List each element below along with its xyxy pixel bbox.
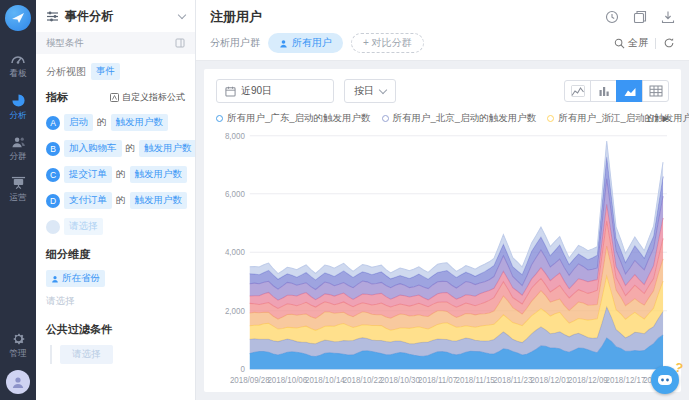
analysis-view-tag[interactable]: 事件: [91, 63, 120, 80]
refresh-button[interactable]: [663, 37, 675, 49]
area-chart-icon: [623, 85, 637, 97]
sidebar-item-label: 运营: [10, 192, 27, 204]
legend-prev-arrow[interactable]: ◀: [636, 114, 642, 123]
svg-text:8,000: 8,000: [225, 132, 245, 141]
chart-type-bar[interactable]: [590, 80, 617, 102]
metric-placeholder[interactable]: 请选择: [64, 218, 103, 235]
legend-label: 所有用户_浙江_启动的触发用户数: [558, 112, 689, 125]
history-button[interactable]: [605, 10, 619, 24]
event-analysis-icon: [46, 10, 59, 23]
download-button[interactable]: [661, 10, 675, 24]
metric-event-tag[interactable]: 加入购物车: [64, 140, 122, 157]
metric-connector: 的: [97, 116, 107, 129]
filter-placeholder[interactable]: 请选择: [60, 345, 113, 364]
metric-event-tag[interactable]: 启动: [64, 114, 93, 131]
chart-type-table[interactable]: [642, 80, 669, 102]
stacked-area-chart[interactable]: 02,0004,0006,0008,0002018/09/282018/10/0…: [216, 127, 669, 386]
history-icon: [605, 10, 619, 24]
svg-text:2018/10/14: 2018/10/14: [305, 376, 345, 385]
svg-text:2,000: 2,000: [225, 307, 245, 316]
table-icon: [649, 85, 663, 97]
metric-rows: A启动的触发用户数B加入购物车的触发用户数C提交订单的触发用户数D支付订单的触发…: [46, 114, 185, 209]
metric-row: C提交订单的触发用户数: [46, 166, 185, 183]
assistant-avatar-icon: [651, 366, 679, 394]
collapse-panel-icon[interactable]: [175, 38, 185, 48]
metric-badge: C: [46, 168, 60, 182]
metric-badge: A: [46, 116, 60, 130]
province-dimension-tag[interactable]: 所在省份: [46, 270, 105, 287]
svg-text:2018/10/30: 2018/10/30: [380, 376, 420, 385]
svg-text:2018/09/28: 2018/09/28: [230, 376, 270, 385]
main-area: 注册用户 分析用户群 所有用户 + 对比分群: [196, 0, 689, 400]
sidebar-item-manage[interactable]: 管理: [10, 331, 27, 360]
svg-text:2018/12/01: 2018/12/01: [530, 376, 570, 385]
chart-legend: 所有用户_广东_启动的触发用户数所有用户_北京_启动的触发用户数所有用户_浙江_…: [216, 112, 669, 125]
metric-connector: 的: [116, 168, 126, 181]
person-icon: [279, 39, 288, 48]
chevron-down-icon: [178, 10, 186, 18]
legend-marker: [382, 115, 389, 122]
legend-marker: [547, 115, 554, 122]
analysis-group-label: 分析用户群: [210, 36, 260, 50]
metric-badge: B: [46, 142, 60, 156]
dashboard-icon: [10, 52, 26, 66]
sidebar-item-label: 管理: [10, 348, 27, 360]
sidebar-item-label: 看板: [10, 68, 27, 80]
legend-item[interactable]: 所有用户_北京_启动的触发用户数: [382, 112, 537, 125]
legend-pager: ◀ 1/7 ▶: [636, 114, 669, 124]
sidebar-item-dashboard[interactable]: 看板: [10, 52, 27, 80]
app-logo[interactable]: [5, 5, 31, 31]
nav-rail: 看板分析分群运营 管理: [0, 0, 36, 400]
logo-icon: [11, 11, 25, 25]
svg-text:4,000: 4,000: [225, 248, 245, 257]
tab-all-users[interactable]: 所有用户: [268, 33, 343, 53]
refresh-icon: [663, 37, 675, 49]
analysis-view-label: 分析视图: [46, 65, 86, 79]
granularity-select[interactable]: 按日: [344, 79, 396, 103]
metric-row: B加入购物车的触发用户数: [46, 140, 185, 157]
copy-icon: [633, 10, 647, 24]
chart-type-line[interactable]: [564, 80, 591, 102]
chart-card: 近90日 按日: [204, 69, 681, 392]
user-avatar[interactable]: [6, 370, 30, 394]
tab-compare-segment[interactable]: + 对比分群: [351, 33, 424, 53]
metric-badge: D: [46, 194, 60, 208]
panel-header[interactable]: 事件分析: [36, 0, 195, 32]
sidebar-item-segments[interactable]: 分群: [10, 135, 27, 163]
download-icon: [661, 10, 675, 24]
sidebar-item-analysis[interactable]: 分析: [10, 93, 27, 122]
metric-measure-tag[interactable]: 触发用户数: [139, 140, 195, 157]
legend-item[interactable]: 所有用户_广东_启动的触发用户数: [216, 112, 371, 125]
metric-badge-empty: [46, 220, 60, 234]
svg-text:2018/10/06: 2018/10/06: [267, 376, 307, 385]
svg-text:0: 0: [240, 365, 245, 374]
chevron-down-icon: [379, 85, 387, 93]
metric-measure-tag[interactable]: 触发用户数: [130, 192, 188, 209]
custom-formula-link[interactable]: 自定义指标公式: [110, 91, 185, 104]
rail-nav: 看板分析分群运营: [10, 39, 27, 204]
sidebar-item-label: 分群: [10, 151, 27, 163]
metric-event-tag[interactable]: 提交订单: [64, 166, 112, 183]
metrics-label: 指标: [46, 90, 68, 105]
help-widget[interactable]: ?: [651, 364, 681, 394]
chart-type-area[interactable]: [616, 80, 643, 102]
model-conditions-label: 模型条件: [46, 37, 84, 50]
metric-event-tag[interactable]: 支付订单: [64, 192, 112, 209]
metric-measure-tag[interactable]: 触发用户数: [130, 166, 188, 183]
svg-text:2018/12/09: 2018/12/09: [568, 376, 608, 385]
save-button[interactable]: [633, 10, 647, 24]
sidebar-item-operation[interactable]: 运营: [10, 176, 27, 204]
chart-type-group: [565, 80, 669, 102]
line-chart-icon: [571, 85, 585, 97]
fullscreen-button[interactable]: 全屏: [614, 36, 648, 50]
metric-row: A启动的触发用户数: [46, 114, 185, 131]
legend-next-arrow[interactable]: ▶: [663, 114, 669, 123]
dimension-placeholder[interactable]: 请选择: [46, 295, 185, 308]
metric-row: D支付订单的触发用户数: [46, 192, 185, 209]
page-title: 注册用户: [210, 8, 591, 26]
zoom-icon: [614, 38, 625, 49]
metric-measure-tag[interactable]: 触发用户数: [111, 114, 169, 131]
date-range-picker[interactable]: 近90日: [216, 79, 334, 103]
rail-bottom: 管理: [6, 318, 30, 400]
operation-icon: [11, 176, 26, 190]
